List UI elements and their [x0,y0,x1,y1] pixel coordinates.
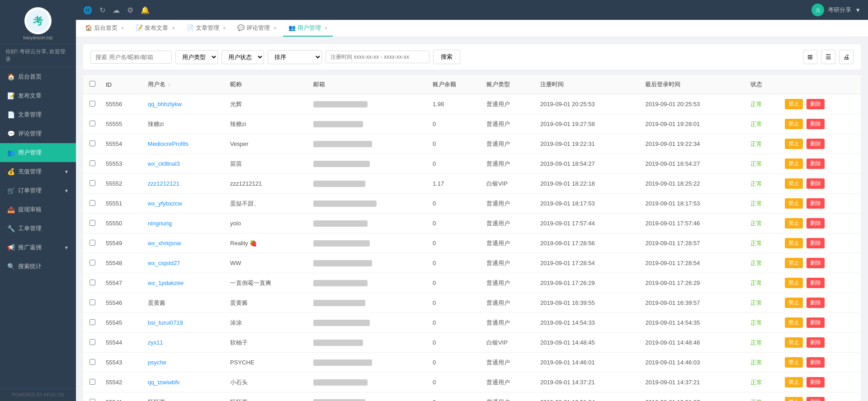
search-input[interactable] [90,51,172,64]
sidebar-item-home[interactable]: 🏠 后台首页 [0,67,76,86]
delete-button[interactable]: 删除 [807,198,825,209]
tab-comments-close[interactable]: × [274,25,276,31]
delete-button[interactable]: 删除 [807,178,825,189]
delete-button[interactable]: 删除 [807,298,825,308]
row-checkbox[interactable] [90,160,95,166]
ban-button[interactable]: 禁止 [785,317,803,328]
globe-icon[interactable]: 🌐 [83,6,92,14]
username-link[interactable]: MediocreProfits [148,140,189,147]
row-checkbox[interactable] [90,299,95,305]
sidebar-item-promo[interactable]: 📢 推广返佣 ▼ [0,238,76,257]
row-checkbox[interactable] [90,280,95,285]
row-checkbox[interactable] [90,101,95,107]
topbar-dropdown-icon[interactable]: ▼ [855,7,861,14]
row-checkbox[interactable] [90,140,95,146]
ban-button[interactable]: 禁止 [785,278,803,288]
cloud-icon[interactable]: ☁ [113,6,120,14]
cell-reg-time: 2019-09-01 14:48:45 [536,333,641,353]
sidebar-item-recharge[interactable]: 💰 充值管理 ▼ [0,162,76,181]
username-link[interactable]: ningnung [148,220,172,227]
th-username[interactable]: 用户名 ↕ [143,75,226,94]
notification-icon[interactable]: 🔔 [141,6,150,14]
row-checkbox[interactable] [90,121,95,126]
refresh-icon[interactable]: ↻ [99,6,105,14]
user-status-select[interactable]: 用户状态 正常 禁用 [222,50,264,64]
delete-button[interactable]: 删除 [807,317,825,328]
username-link[interactable]: bsi_turui0719 [148,319,183,326]
sidebar-item-publish[interactable]: 📝 发布文章 [0,86,76,105]
settings-icon[interactable]: ⚙ [127,6,133,14]
username-link[interactable]: zyx11 [148,339,163,346]
ban-button[interactable]: 禁止 [785,139,803,149]
username-link[interactable]: wx_yfybxzcw [148,200,182,207]
tab-articles-close[interactable]: × [223,25,226,31]
username-link[interactable]: psyche [148,359,166,366]
delete-button[interactable]: 删除 [807,119,825,129]
ban-button[interactable]: 禁止 [785,258,803,268]
delete-button[interactable]: 删除 [807,357,825,368]
grid-view-button[interactable]: ⊞ [803,50,817,64]
sidebar-item-withdraw[interactable]: 📤 提现审核 [0,200,76,219]
row-checkbox[interactable] [90,399,95,401]
username-link[interactable]: zzz1212121 [148,180,179,187]
delete-button[interactable]: 删除 [807,377,825,387]
row-checkbox[interactable] [90,180,95,186]
row-checkbox[interactable] [90,240,95,246]
ban-button[interactable]: 禁止 [785,178,803,189]
row-checkbox[interactable] [90,260,95,266]
ban-button[interactable]: 禁止 [785,397,803,401]
row-checkbox[interactable] [90,339,95,345]
row-checkbox[interactable] [90,220,95,226]
ban-button[interactable]: 禁止 [785,357,803,368]
sort-select[interactable]: 排序 注册时间 最后登录时间 [268,50,322,64]
ban-button[interactable]: 禁止 [785,218,803,228]
tab-publish-close[interactable]: × [172,25,175,31]
sidebar-item-users[interactable]: 👥 用户管理 [0,143,76,162]
username-link[interactable]: wx_1pdakzee [148,280,184,286]
row-checkbox[interactable] [90,379,95,385]
tab-home-close[interactable]: × [121,25,124,31]
tab-comments[interactable]: 💬 评论管理 × [232,20,282,37]
sidebar-item-stats[interactable]: 🔍 搜索统计 [0,257,76,276]
row-checkbox[interactable] [90,359,95,365]
delete-button[interactable]: 删除 [807,278,825,288]
row-checkbox[interactable] [90,200,95,206]
ban-button[interactable]: 禁止 [785,377,803,387]
username-link[interactable]: wx_ck9lnal3 [148,160,180,167]
sidebar-item-orders[interactable]: 🛒 订单管理 ▼ [0,181,76,200]
search-button[interactable]: 搜索 [433,50,460,64]
date-range-input[interactable] [326,51,429,63]
delete-button[interactable]: 删除 [807,218,825,228]
ban-button[interactable]: 禁止 [785,337,803,348]
username-link[interactable]: qq_tzwiwbfv [148,379,180,386]
username-link[interactable]: wx_ciqstd27 [148,260,180,266]
sidebar-item-comments[interactable]: 💬 评论管理 [0,124,76,143]
ban-button[interactable]: 禁止 [785,298,803,308]
username-link[interactable]: qq_bhhzlykw [148,101,182,107]
tab-home[interactable]: 🏠 后台首页 × [80,20,129,37]
ban-button[interactable]: 禁止 [785,99,803,109]
sidebar-item-articles[interactable]: 📄 文章管理 [0,105,76,124]
delete-button[interactable]: 删除 [807,337,825,348]
user-type-select[interactable]: 用户类型 普通用户 白银VIP 黄金VIP [175,50,218,64]
delete-button[interactable]: 删除 [807,238,825,248]
delete-button[interactable]: 删除 [807,159,825,169]
ban-button[interactable]: 禁止 [785,238,803,248]
delete-button[interactable]: 删除 [807,258,825,268]
ban-button[interactable]: 禁止 [785,119,803,129]
sidebar-item-tools[interactable]: 🔧 工单管理 [0,219,76,238]
username-link[interactable]: wx_xhrkjsnw [148,240,181,247]
delete-button[interactable]: 删除 [807,397,825,401]
select-all-checkbox[interactable] [90,81,95,87]
tab-articles[interactable]: 📄 文章管理 × [181,20,231,37]
tab-users-close[interactable]: × [325,25,327,31]
delete-button[interactable]: 删除 [807,139,825,149]
row-checkbox[interactable] [90,319,95,325]
ban-button[interactable]: 禁止 [785,198,803,209]
ban-button[interactable]: 禁止 [785,159,803,169]
column-settings-button[interactable]: ☰ [821,50,835,64]
tab-users[interactable]: 👥 用户管理 × [283,20,333,37]
print-button[interactable]: 🖨 [839,50,854,64]
tab-publish[interactable]: 📝 发布文章 × [130,20,180,37]
delete-button[interactable]: 删除 [807,99,825,109]
